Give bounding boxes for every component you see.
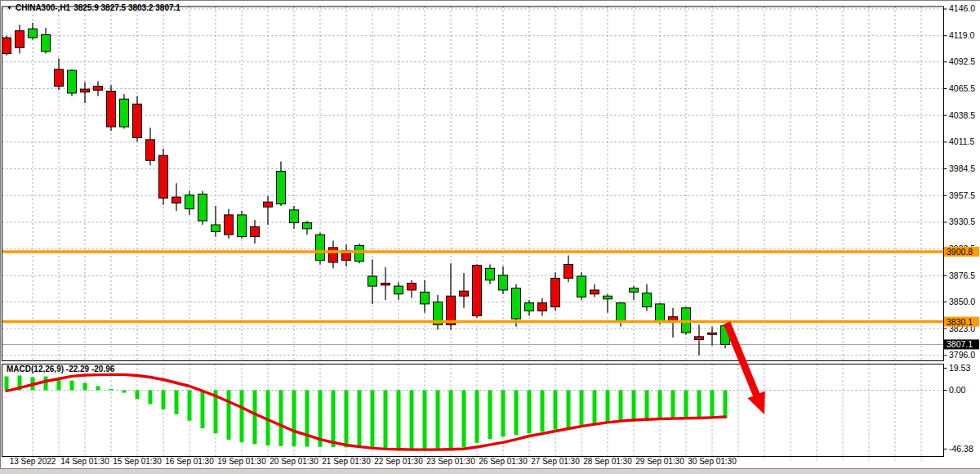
macd-indicator-label: MACD(12,26,9) -22.29 -20.96 — [7, 364, 114, 373]
symbol-text: CHINA300-,H1 — [16, 3, 70, 12]
current-price-badge: 3807.1 — [944, 339, 979, 349]
macd-values: -22.29 -20.96 — [66, 364, 115, 373]
svg-text:3930.5: 3930.5 — [949, 217, 975, 226]
svg-text:23 Sep 01:30: 23 Sep 01:30 — [426, 457, 475, 466]
svg-text:4011.5: 4011.5 — [949, 136, 974, 146]
chart-canvas[interactable]: 4146.04119.04092.54065.54038.54011.53984… — [0, 0, 980, 474]
svg-text:0.00: 0.00 — [949, 385, 966, 395]
svg-text:29 Sep 01:30: 29 Sep 01:30 — [635, 457, 684, 466]
price-axis[interactable]: 4146.04119.04092.54065.54038.54011.53984… — [944, 3, 976, 360]
svg-text:14 Sep 01:30: 14 Sep 01:30 — [60, 457, 109, 466]
svg-text:26 Sep 01:30: 26 Sep 01:30 — [479, 457, 528, 466]
svg-text:21 Sep 01:30: 21 Sep 01:30 — [322, 457, 371, 466]
svg-text:27 Sep 01:30: 27 Sep 01:30 — [531, 457, 580, 466]
svg-text:3796.0: 3796.0 — [949, 350, 975, 360]
svg-text:3850.0: 3850.0 — [949, 297, 975, 306]
svg-text:22 Sep 01:30: 22 Sep 01:30 — [374, 457, 423, 466]
svg-text:4146.0: 4146.0 — [949, 3, 975, 13]
svg-text:4092.5: 4092.5 — [949, 56, 975, 66]
svg-text:15 Sep 01:30: 15 Sep 01:30 — [113, 457, 162, 466]
svg-text:4038.5: 4038.5 — [949, 110, 975, 120]
svg-text:28 Sep 01:30: 28 Sep 01:30 — [583, 457, 632, 466]
svg-text:3957.5: 3957.5 — [949, 190, 975, 200]
svg-text:3984.5: 3984.5 — [949, 163, 975, 173]
level-price-badge: 3900.8 — [944, 247, 979, 257]
time-axis[interactable]: 13 Sep 202214 Sep 01:3015 Sep 01:3016 Se… — [10, 457, 737, 466]
dropdown-arrow-icon: ▼ — [7, 5, 12, 11]
svg-text:30 Sep 01:30: 30 Sep 01:30 — [688, 457, 737, 466]
svg-text:3807.1: 3807.1 — [947, 339, 973, 349]
svg-text:4065.5: 4065.5 — [949, 83, 975, 93]
svg-text:19 Sep 01:30: 19 Sep 01:30 — [217, 457, 266, 466]
svg-text:20 Sep 01:30: 20 Sep 01:30 — [270, 457, 318, 466]
bottom-strip — [0, 468, 980, 474]
svg-text:-46.38: -46.38 — [949, 444, 973, 454]
chart-surface[interactable] — [2, 7, 944, 457]
svg-text:3830.1: 3830.1 — [947, 317, 973, 327]
svg-text:3876.5: 3876.5 — [949, 271, 975, 280]
level-price-badge: 3830.1 — [944, 317, 979, 327]
svg-text:3900.8: 3900.8 — [947, 247, 973, 257]
svg-text:16 Sep 01:30: 16 Sep 01:30 — [165, 457, 214, 466]
svg-text:19.53: 19.53 — [949, 363, 970, 373]
macd-title: MACD(12,26,9) — [7, 364, 64, 373]
macd-axis: 19.530.00-46.38 — [944, 363, 973, 454]
svg-text:13 Sep 2022: 13 Sep 2022 — [10, 457, 56, 466]
ohlc-values-text: 3825.9 3827.5 3803.2 3807.1 — [74, 3, 180, 12]
chart-window: 4146.04119.04092.54065.54038.54011.53984… — [0, 0, 980, 474]
svg-text:4119.0: 4119.0 — [949, 30, 974, 40]
symbol-period-label[interactable]: ▼ CHINA300-,H1 3825.9 3827.5 3803.2 3807… — [7, 3, 180, 12]
